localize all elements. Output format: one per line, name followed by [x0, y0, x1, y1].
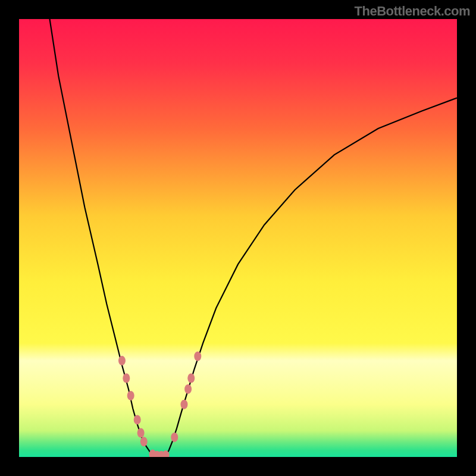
data-marker	[123, 374, 130, 383]
left-curve	[50, 19, 154, 456]
data-marker	[180, 400, 187, 409]
plot-area	[19, 19, 457, 457]
chart-container: TheBottleneck.com	[0, 0, 476, 476]
data-marker	[134, 415, 141, 424]
data-marker	[187, 374, 195, 383]
data-marker	[184, 384, 192, 394]
data-marker	[118, 356, 126, 365]
data-markers	[118, 352, 201, 457]
data-marker	[127, 391, 134, 400]
right-curve	[166, 98, 457, 455]
watermark-text: TheBottleneck.com	[355, 4, 470, 19]
data-marker	[171, 433, 178, 442]
data-marker	[140, 437, 148, 446]
data-marker	[194, 352, 201, 361]
data-marker	[137, 428, 145, 438]
curves-layer	[19, 19, 457, 457]
